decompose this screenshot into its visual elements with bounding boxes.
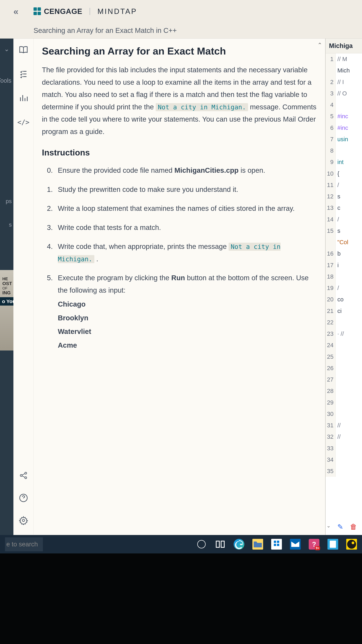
windows-taskbar: e to search ? 9+ (0, 535, 362, 554)
instruction-step: 5.Execute the program by clicking the Ru… (47, 272, 317, 353)
trash-icon[interactable]: 🗑 (350, 523, 357, 531)
scroll-down-icon[interactable]: ⌄ (327, 523, 331, 531)
code-line[interactable]: 24 (326, 340, 362, 351)
cengage-logo-icon (33, 8, 41, 16)
gear-icon[interactable] (19, 516, 28, 525)
code-line[interactable]: 3// O (326, 88, 362, 99)
code-icon[interactable]: </> (19, 118, 28, 127)
svg-point-12 (347, 540, 356, 548)
breadcrumb-bar: Searching an Array for an Exact Match in… (0, 23, 362, 38)
code-line[interactable]: 20 co (326, 294, 362, 305)
sidebar-tools-label[interactable]: Tools (0, 77, 11, 84)
code-line[interactable]: Mich (326, 65, 362, 76)
brand-text: CENGAGE (44, 7, 82, 16)
code-line[interactable]: "Col (326, 236, 362, 248)
microsoft-store-icon[interactable] (271, 539, 282, 550)
code-line[interactable]: 34 (326, 454, 362, 466)
code-line[interactable]: 2// I (326, 76, 362, 88)
edit-icon[interactable]: ✎ (337, 523, 343, 531)
code-line[interactable]: 12 s (326, 191, 362, 202)
file-explorer-icon[interactable] (252, 539, 263, 550)
monitor-bezel (0, 554, 362, 644)
instructions-heading: Instructions (42, 148, 317, 158)
book-icon[interactable] (19, 45, 28, 54)
edge-icon[interactable] (234, 539, 244, 550)
cortana-icon[interactable] (196, 539, 207, 550)
code-line[interactable]: 23 · // (326, 328, 362, 340)
instruction-step: 2.Write a loop statement that examines t… (47, 202, 317, 215)
code-line[interactable]: 31 // (326, 420, 362, 431)
test-input: Watervliet (58, 325, 317, 338)
code-line[interactable]: 5#inc (326, 110, 362, 122)
breadcrumb-text: Searching an Array for an Exact Match in… (33, 26, 177, 34)
instruction-step: 3.Write code that tests for a match. (47, 221, 317, 234)
code-line[interactable]: 30 (326, 408, 362, 420)
sidebar-item-2[interactable]: s (9, 221, 12, 228)
code-line[interactable]: 13 c (326, 202, 362, 214)
task-view-icon[interactable] (215, 539, 226, 550)
code-line[interactable]: 29 (326, 397, 362, 408)
help-icon[interactable] (19, 494, 28, 502)
svg-rect-10 (277, 544, 279, 546)
code-line[interactable]: 9int (326, 156, 362, 168)
notification-badge: 9+ (315, 546, 320, 550)
share-icon[interactable] (19, 471, 28, 480)
code-line[interactable]: 33 (326, 442, 362, 454)
sidebar-expand-icon[interactable]: ⌄ (4, 45, 9, 53)
code-line[interactable]: 27 (326, 374, 362, 385)
instructions-list: 0.Ensure the provided code file named Mi… (42, 164, 317, 353)
get-help-icon[interactable]: ? 9+ (309, 539, 320, 550)
code-line[interactable]: 18 (326, 271, 362, 282)
bar-chart-icon[interactable] (19, 94, 28, 103)
steam-icon[interactable] (346, 539, 357, 550)
svg-point-4 (22, 519, 25, 522)
code-line[interactable]: 22 (326, 317, 362, 328)
code-editor[interactable]: 1// MMich2// I3// O45#inc6#inc7usin89int… (326, 53, 362, 519)
instruction-step: 0.Ensure the provided code file named Mi… (47, 164, 317, 176)
instruction-step: 4.Write code that, when appropriate, pri… (47, 240, 317, 265)
code-editor-panel: Michiga 1// MMich2// I3// O45#inc6#inc7u… (325, 38, 362, 535)
lesson-description: The file provided for this lab includes … (42, 64, 317, 138)
logo-area: CENGAGE MINDTAP (33, 7, 137, 16)
scroll-up-icon[interactable]: ⌃ (318, 42, 322, 48)
code-line[interactable]: 14 / (326, 214, 362, 225)
instructions-panel: ⌃ Searching an Array for an Exact Match … (33, 38, 325, 535)
code-footer: ⌄ ✎ 🗑 (326, 519, 362, 535)
code-line[interactable]: 28 (326, 385, 362, 397)
code-line[interactable]: 26 (326, 362, 362, 374)
code-line[interactable]: 19 / (326, 282, 362, 294)
code-line[interactable]: 6#inc (326, 122, 362, 134)
test-input: Acme (58, 339, 317, 352)
code-line[interactable]: 35 (326, 466, 362, 477)
logo-divider (90, 8, 90, 15)
test-input: Brooklyn (58, 312, 317, 324)
instruction-step: 1.Study the prewritten code to make sure… (47, 183, 317, 196)
code-line[interactable]: 7usin (326, 134, 362, 145)
code-line[interactable]: 32 // (326, 431, 362, 442)
svg-rect-6 (221, 541, 224, 547)
svg-point-13 (352, 542, 354, 544)
code-line[interactable]: 17 i (326, 260, 362, 271)
sidebar-item-1[interactable]: ps (6, 198, 12, 204)
svg-rect-11 (330, 541, 336, 548)
app-header: « CENGAGE MINDTAP (0, 0, 362, 23)
cengage-logo[interactable]: CENGAGE (33, 7, 82, 16)
inline-code-1: Not a city in Michigan. (156, 103, 248, 111)
sticky-notes-icon[interactable] (328, 539, 338, 550)
svg-rect-9 (274, 544, 276, 546)
code-line[interactable]: 4 (326, 99, 362, 110)
file-tab[interactable]: Michiga (326, 38, 362, 53)
mail-icon[interactable] (290, 539, 301, 550)
code-line[interactable]: 1// M (326, 53, 362, 65)
code-line[interactable]: 21 ci (326, 305, 362, 317)
code-line[interactable]: 15 s (326, 225, 362, 236)
code-line[interactable]: 10{ (326, 168, 362, 179)
code-line[interactable]: 8 (326, 145, 362, 156)
code-line[interactable]: 16 b (326, 248, 362, 259)
code-line[interactable]: 25 (326, 351, 362, 362)
code-line[interactable]: 11 / (326, 179, 362, 191)
back-button[interactable]: « (13, 6, 18, 16)
test-input: Chicago (58, 298, 317, 310)
list-check-icon[interactable] (19, 70, 28, 78)
taskbar-search[interactable]: e to search (5, 537, 43, 551)
